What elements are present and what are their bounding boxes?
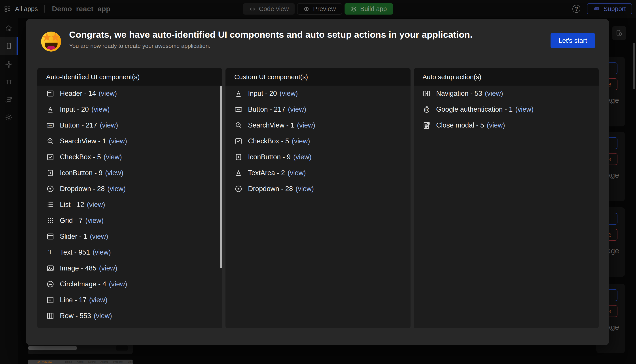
help-button[interactable]: ? (572, 5, 580, 13)
code-icon (249, 6, 256, 12)
textarea-icon (234, 169, 243, 177)
view-link[interactable]: (view) (85, 217, 104, 224)
component-label: Header - 14 (60, 90, 96, 98)
modal-header: Congrats, we have auto-identified UI com… (69, 30, 544, 50)
component-item: Line - 17(view) (37, 292, 222, 308)
modal-subtitle: You are now ready to create your awesome… (69, 42, 544, 50)
typography-icon (5, 78, 13, 86)
component-label: SearchView - 1 (248, 121, 294, 129)
view-link[interactable]: (view) (295, 185, 314, 193)
column-scrollbar-thumb[interactable] (220, 86, 222, 268)
component-item: Dropdown - 28(view) (37, 181, 222, 197)
view-link[interactable]: (view) (93, 248, 111, 256)
component-item: SearchView - 1(view) (37, 133, 222, 149)
column-auto-identified: Auto-Identified UI component(s) Header -… (37, 68, 222, 328)
iconbutton-icon (234, 153, 243, 161)
view-link[interactable]: (view) (109, 137, 127, 145)
component-item: CircleImage - 4(view) (37, 276, 222, 292)
sidebar-item-settings[interactable] (0, 108, 18, 126)
preview-nav-link: Property (113, 360, 123, 363)
view-link[interactable]: (view) (293, 153, 311, 161)
closemodal-icon (422, 121, 431, 130)
view-link[interactable]: (view) (109, 280, 127, 288)
preview-button-fragment (116, 346, 128, 350)
component-item: Input - 20(view) (37, 102, 222, 117)
line-icon (46, 296, 55, 304)
list-icon (46, 200, 55, 209)
settings-icon (5, 114, 13, 121)
preview-nav-link: Home (65, 360, 72, 363)
view-link[interactable]: (view) (104, 153, 122, 161)
component-label: Line - 17 (60, 296, 87, 304)
component-label: Input - 20 (60, 106, 89, 114)
help-icon: ? (575, 6, 578, 12)
view-link[interactable]: (view) (90, 232, 108, 240)
eye-icon (303, 6, 310, 12)
page-scrollbar-thumb[interactable] (633, 43, 635, 89)
view-link[interactable]: (view) (485, 90, 503, 98)
checkbox-icon (46, 153, 55, 161)
sidebar-item-typography[interactable] (0, 73, 18, 91)
column-list: Navigation - 53(view)GGoogle authenticat… (414, 86, 599, 133)
sidebar-item-screens[interactable] (0, 37, 18, 55)
component-item: SearchView - 1(view) (225, 117, 411, 133)
brand-logo-icon (37, 360, 41, 364)
preview-input-fragment (28, 346, 77, 350)
preview-nav-link: About (77, 360, 84, 363)
view-link[interactable]: (view) (287, 169, 306, 177)
component-item: IconButton - 9(view) (37, 165, 222, 181)
app-settings-icon (612, 26, 626, 40)
build-app-button[interactable]: Build app (345, 3, 393, 14)
sidebar-item-flows[interactable] (0, 91, 18, 108)
slider-icon (46, 232, 55, 241)
all-apps-icon[interactable] (4, 5, 11, 12)
column-auto-setup-actions: Auto setup action(s) Navigation - 53(vie… (414, 68, 599, 328)
component-label: SearchView - 1 (60, 137, 106, 145)
view-link[interactable]: (view) (87, 201, 105, 209)
view-link[interactable]: (view) (91, 106, 110, 114)
view-link[interactable]: (view) (292, 137, 310, 145)
component-label: List - 12 (60, 201, 84, 209)
topbar-actions: Code view Preview Build app (243, 3, 393, 14)
top-bar: All apps Demo_react_app Code view Previe… (0, 0, 636, 18)
lets-start-button[interactable]: Let's start (550, 33, 595, 48)
view-link[interactable]: (view) (288, 106, 306, 114)
iconbutton-icon (46, 169, 55, 177)
component-item: Navigation - 53(view) (414, 86, 599, 102)
button-icon: BTN (234, 105, 243, 114)
view-link[interactable]: (view) (99, 90, 117, 98)
view-link[interactable]: (view) (100, 121, 118, 129)
svg-text:G: G (425, 108, 428, 112)
view-link[interactable]: (view) (89, 296, 108, 304)
preview-button[interactable]: Preview (297, 3, 342, 14)
code-view-button[interactable]: Code view (243, 3, 294, 14)
header-icon (46, 89, 55, 98)
component-label: Text - 951 (60, 248, 90, 256)
sidebar-item-integrations[interactable] (0, 56, 18, 73)
preview-nav-link: Agents (101, 360, 108, 363)
checkbox-icon (234, 137, 243, 146)
view-link[interactable]: (view) (105, 169, 123, 177)
component-item: CheckBox - 5(view) (37, 149, 222, 165)
view-link[interactable]: (view) (94, 312, 112, 320)
support-button[interactable]: Support (587, 3, 632, 14)
all-apps-label[interactable]: All apps (15, 5, 38, 12)
view-link[interactable]: (view) (297, 121, 315, 129)
view-link[interactable]: (view) (279, 90, 298, 98)
component-label: Dropdown - 28 (248, 185, 293, 193)
view-link[interactable]: (view) (487, 121, 505, 129)
view-link[interactable]: (view) (107, 185, 126, 193)
component-label: IconButton - 9 (60, 169, 103, 177)
code-view-label: Code view (259, 5, 289, 12)
component-label: Input - 20 (248, 90, 277, 98)
component-label: CircleImage - 4 (60, 280, 106, 288)
preview-label: Preview (313, 5, 336, 12)
view-link[interactable]: (view) (515, 106, 533, 114)
view-link[interactable]: (view) (99, 264, 117, 272)
sidebar-item-home[interactable] (0, 20, 18, 37)
component-item: TText - 951(view) (37, 244, 222, 260)
component-item: Dropdown - 28(view) (225, 181, 411, 197)
input-icon (234, 89, 243, 98)
topbar-right: ? Support (572, 0, 632, 18)
component-label: Grid - 7 (60, 217, 83, 224)
